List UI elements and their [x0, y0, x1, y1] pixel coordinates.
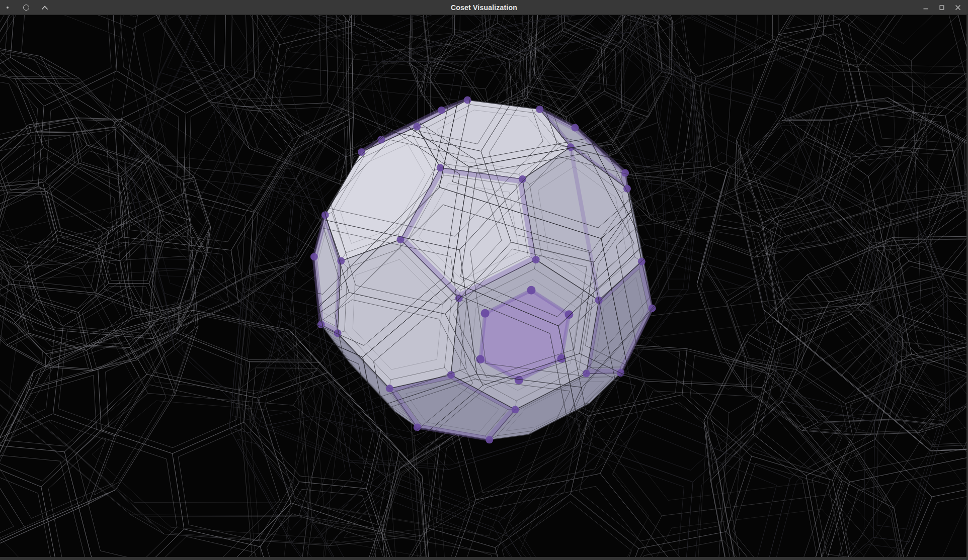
window-title: Coset Visualization [0, 0, 968, 15]
app-window: Coset Visualization [0, 0, 968, 560]
dot-icon[interactable] [7, 7, 9, 9]
maximize-button[interactable] [936, 2, 947, 13]
titlebar-left-icons [0, 5, 48, 11]
coset-3d-canvas[interactable] [0, 15, 966, 557]
viewport [0, 15, 968, 560]
window-controls [920, 2, 968, 13]
titlebar: Coset Visualization [0, 0, 968, 15]
circle-icon[interactable] [23, 5, 29, 11]
chevron-up-icon[interactable] [41, 5, 48, 11]
close-button[interactable] [952, 2, 963, 13]
minimize-button[interactable] [920, 2, 931, 13]
